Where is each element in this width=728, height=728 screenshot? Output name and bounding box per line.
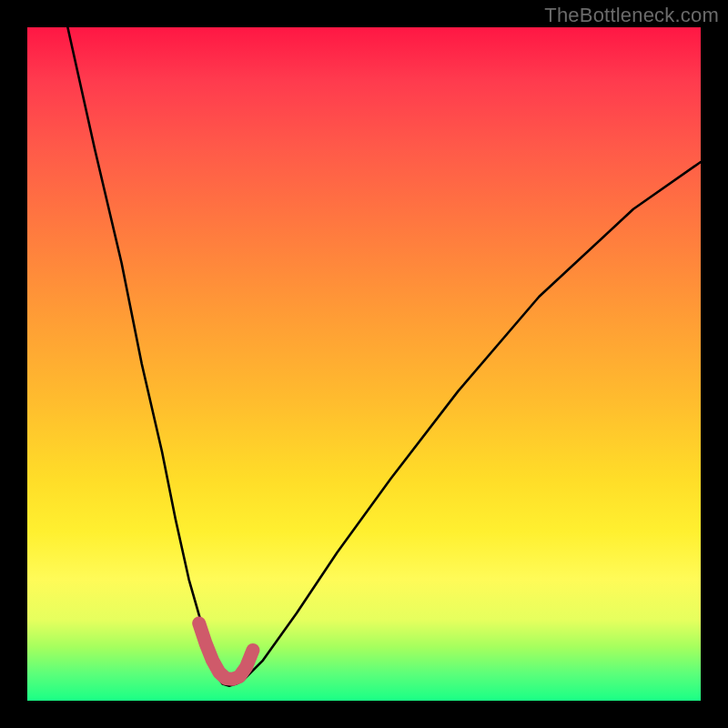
chart-frame: TheBottleneck.com <box>0 0 728 728</box>
curve-layer <box>27 27 701 701</box>
bottleneck-curve <box>67 27 701 686</box>
bottleneck-minimum-highlight <box>199 623 253 679</box>
watermark-text: TheBottleneck.com <box>544 4 719 27</box>
